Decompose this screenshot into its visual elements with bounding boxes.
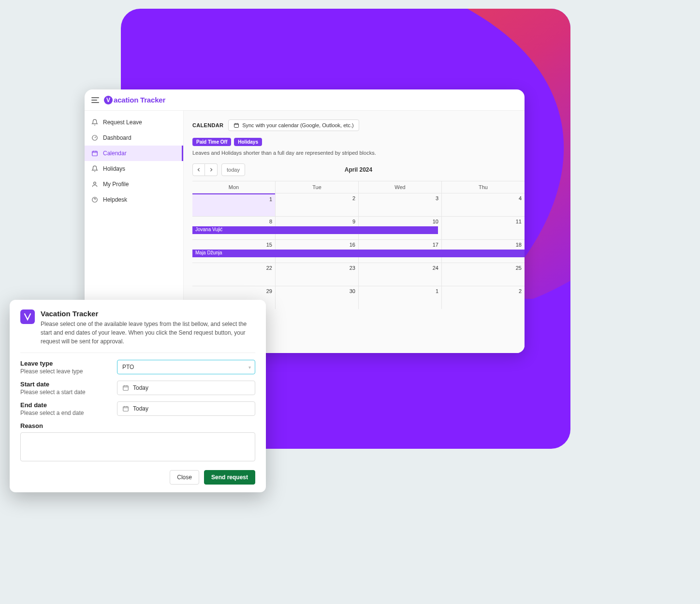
calendar-cell[interactable]: 2 [275, 193, 358, 216]
end-date-label: End date [20, 401, 117, 409]
svg-rect-6 [123, 407, 129, 411]
gauge-icon [91, 134, 98, 141]
calendar-cell[interactable]: 23 [275, 263, 358, 286]
logo-text: acation Tracker [114, 96, 165, 104]
today-button[interactable]: today [221, 163, 245, 176]
start-date-input[interactable]: Today [117, 381, 255, 395]
close-button[interactable]: Close [170, 470, 199, 485]
send-request-button[interactable]: Send request [204, 470, 255, 485]
leave-type-sublabel: Please select leave type [20, 368, 117, 375]
calendar-cell[interactable]: 25 [441, 263, 525, 286]
calendar-cell[interactable]: 30 [275, 286, 358, 309]
prev-month-button[interactable] [192, 163, 205, 176]
chevron-right-icon [209, 168, 213, 172]
svg-rect-4 [234, 124, 239, 128]
app-header: V acation Tracker [85, 89, 525, 111]
sidebar-item-helpdesk[interactable]: Helpdesk [85, 192, 183, 207]
svg-point-2 [94, 182, 96, 184]
modal-title: Vacation Tracker [41, 309, 255, 318]
help-text: Leaves and Holidays shorter than a full … [192, 150, 525, 156]
calendar-icon [91, 150, 98, 157]
calendar-icon [122, 384, 129, 391]
calendar-cell[interactable]: 11 [441, 217, 525, 239]
calendar-grid: Mon Tue Wed Thu 1 2 3 4 8 9 10 [192, 181, 525, 309]
logo-mark: V [104, 96, 113, 104]
user-icon [91, 181, 98, 188]
calendar-cell[interactable]: 1 [358, 286, 441, 309]
divider [20, 353, 255, 353]
leave-type-label: Leave type [20, 360, 117, 367]
day-header: Thu [441, 181, 525, 193]
sidebar-item-label: Holidays [103, 165, 125, 172]
svg-rect-5 [123, 386, 129, 390]
calendar-cell[interactable]: 3 [358, 193, 441, 216]
start-date-sublabel: Please select a start date [20, 389, 117, 396]
logo-icon [23, 312, 32, 321]
sidebar-item-request-leave[interactable]: Request Leave [85, 115, 183, 130]
calendar-cell[interactable]: 2 [441, 286, 525, 309]
sidebar-item-label: Helpdesk [103, 196, 127, 203]
app-icon [20, 309, 35, 324]
sidebar-item-calendar[interactable]: Calendar [85, 146, 183, 161]
event-bar[interactable]: Maja Džunja [192, 250, 525, 257]
pill-holidays[interactable]: Holidays [234, 138, 262, 146]
calendar-cell[interactable]: 24 [358, 263, 441, 286]
calendar-icon [122, 405, 129, 412]
end-date-value: Today [133, 405, 148, 412]
modal-description: Please select one of the available leave… [41, 320, 255, 346]
next-month-button[interactable] [205, 163, 218, 176]
sidebar-item-my-profile[interactable]: My Profile [85, 177, 183, 192]
leave-type-select[interactable]: PTO ▾ [117, 360, 255, 374]
calendar-cell[interactable]: 1 [192, 193, 275, 216]
page-title: CALENDAR [192, 122, 223, 128]
day-header: Wed [358, 181, 441, 193]
event-bar[interactable]: Jovana Vujić [192, 226, 438, 234]
reason-label: Reason [20, 422, 255, 429]
chevron-down-icon: ▾ [248, 365, 251, 370]
sidebar-item-label: My Profile [103, 181, 129, 188]
request-leave-modal: Vacation Tracker Please select one of th… [10, 300, 266, 492]
sidebar-item-label: Request Leave [103, 119, 142, 126]
calendar-icon [233, 122, 239, 128]
menu-toggle-icon[interactable] [91, 97, 99, 103]
leave-type-value: PTO [122, 364, 134, 370]
chevron-left-icon [197, 168, 201, 172]
pill-paid-time-off[interactable]: Paid Time Off [192, 138, 231, 146]
sidebar-item-dashboard[interactable]: Dashboard [85, 130, 183, 146]
bell-icon [91, 119, 98, 126]
reason-textarea[interactable] [20, 432, 255, 461]
calendar-cell[interactable]: 4 [441, 193, 525, 216]
help-icon [91, 196, 98, 203]
logo: V acation Tracker [104, 96, 165, 104]
calendar-cell[interactable]: 22 [192, 263, 275, 286]
sidebar-item-label: Calendar [103, 150, 127, 157]
start-date-value: Today [133, 384, 148, 391]
sync-calendar-button[interactable]: Sync with your calendar (Google, Outlook… [228, 119, 359, 131]
bell-icon [91, 165, 98, 172]
svg-rect-1 [92, 151, 98, 156]
end-date-input[interactable]: Today [117, 401, 255, 416]
end-date-sublabel: Please select a end date [20, 410, 117, 416]
filter-pills: Paid Time Off Holidays [192, 138, 525, 146]
sidebar-item-holidays[interactable]: Holidays [85, 161, 183, 177]
day-header: Tue [275, 181, 358, 193]
month-label: April 2024 [345, 166, 372, 173]
day-header: Mon [192, 181, 275, 193]
start-date-label: Start date [20, 381, 117, 388]
sync-label: Sync with your calendar (Google, Outlook… [242, 122, 354, 128]
sidebar-item-label: Dashboard [103, 134, 131, 141]
